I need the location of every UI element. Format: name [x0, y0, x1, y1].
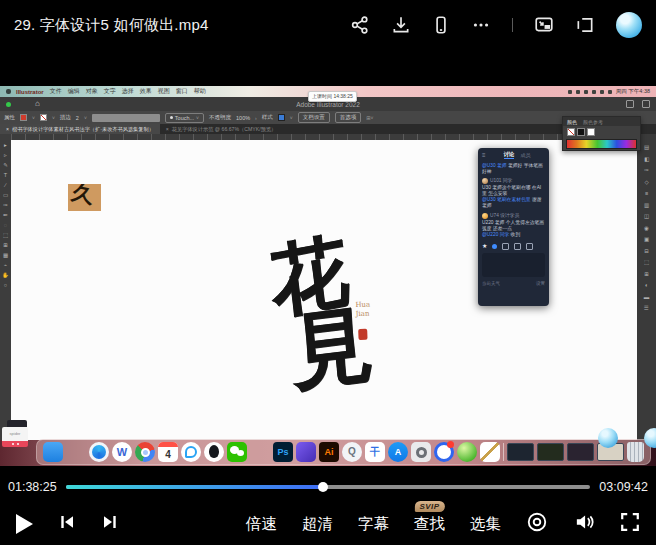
launchpad-icon[interactable] — [66, 442, 86, 462]
swatches-panel-icon[interactable]: ◧ — [644, 156, 649, 162]
opacity-value[interactable]: 100% — [236, 115, 250, 121]
document-setup-button[interactable]: 文档设置 — [298, 112, 330, 123]
previous-button[interactable] — [58, 513, 76, 535]
star-icon[interactable]: ★ — [482, 243, 487, 249]
hand-tool-icon[interactable]: ✋ — [2, 272, 9, 278]
chrome-icon[interactable] — [135, 442, 155, 462]
share-icon[interactable] — [350, 15, 370, 35]
emoji-icon[interactable] — [492, 244, 497, 249]
direct-select-tool-icon[interactable]: ▹ — [4, 152, 7, 158]
eyedropper-tool-icon[interactable]: ⌁ — [4, 262, 7, 268]
brushes-panel-icon[interactable]: ✑ — [644, 167, 649, 173]
white-swatch[interactable] — [587, 128, 595, 136]
trash-icon[interactable] — [627, 442, 644, 462]
rotate-tool-icon[interactable]: ◌ — [4, 222, 7, 228]
next-button[interactable] — [101, 513, 119, 535]
screenshot-icon[interactable] — [514, 243, 521, 250]
stroke-swatch[interactable] — [40, 114, 47, 121]
tab-members[interactable]: 成员 — [520, 152, 530, 158]
transparency-panel-icon[interactable]: ◫ — [644, 213, 649, 219]
playlist-button[interactable]: 选集 — [470, 514, 501, 535]
style-swatch[interactable] — [278, 114, 285, 121]
pencil-tool-icon[interactable]: ✏ — [3, 212, 8, 218]
user-avatar[interactable] — [616, 12, 642, 38]
comments-panel-icon[interactable]: ▬ — [644, 294, 650, 300]
color-spectrum-bar[interactable] — [566, 139, 637, 149]
menu-icon[interactable]: ≡ — [482, 152, 486, 158]
clock-app-icon[interactable] — [434, 442, 454, 462]
selection-tool-icon[interactable]: ▸ — [4, 142, 7, 148]
fill-swatch[interactable] — [20, 114, 27, 121]
gradient-tool-icon[interactable]: ▦ — [3, 252, 8, 258]
more-icon[interactable] — [471, 15, 491, 35]
appearance-panel-icon[interactable]: ◉ — [644, 225, 649, 231]
type-tool-icon[interactable]: T — [4, 172, 7, 178]
brush-tool-icon[interactable]: ✑ — [3, 202, 8, 208]
seek-thumb[interactable] — [318, 482, 328, 492]
black-swatch[interactable] — [577, 128, 585, 136]
wechat-icon[interactable] — [227, 442, 247, 462]
graphic-styles-panel-icon[interactable]: ▣ — [644, 236, 649, 242]
search-button[interactable]: 查找 — [414, 515, 445, 532]
align-panel-icon[interactable]: ⊞ — [644, 271, 649, 277]
minimized-window[interactable] — [507, 443, 534, 461]
tools-panel[interactable]: ▸ ▹ ✎ T ∕ ▭ ✑ ✏ ◌ ⬚ ⊞ ▦ ⌁ ✋ ○ — [0, 134, 11, 440]
none-swatch[interactable] — [567, 128, 575, 136]
document-tab-active[interactable]: × 楷书字体设计字体素材古风书法字（扩·未改齐书风选集复制） — [0, 124, 160, 134]
file-icon[interactable] — [526, 243, 533, 250]
display-stand-icon[interactable]: 干 — [365, 442, 385, 462]
quality-button[interactable]: 超清 — [302, 514, 333, 535]
phone-mirror-icon[interactable] — [432, 15, 450, 35]
minimized-window[interactable] — [537, 443, 564, 461]
scale-tool-icon[interactable]: ⬚ — [3, 232, 8, 238]
system-preferences-icon[interactable] — [411, 442, 431, 462]
color-tab[interactable]: 颜色 — [567, 119, 577, 125]
gradient-panel-icon[interactable]: ▥ — [644, 202, 649, 208]
tab-discussion[interactable]: 讨论 — [504, 151, 515, 159]
loop-mode-icon[interactable] — [526, 511, 548, 537]
line-tool-icon[interactable]: ∕ — [5, 182, 6, 188]
close-icon[interactable]: × — [6, 126, 9, 132]
color-guide-tab[interactable]: 颜色参考 — [583, 119, 603, 125]
play-button[interactable] — [16, 514, 33, 534]
word-app-icon[interactable]: W — [112, 442, 132, 462]
libraries-panel-icon[interactable]: ☰ — [644, 305, 649, 311]
color-panel-icon[interactable]: ▤ — [644, 144, 649, 150]
seek-bar[interactable] — [66, 485, 591, 489]
minimized-window[interactable] — [567, 443, 594, 461]
notes-icon[interactable] — [480, 442, 500, 462]
floating-assistant-bubble[interactable] — [598, 428, 618, 448]
image-icon[interactable] — [502, 243, 509, 250]
appstore-icon[interactable]: A — [388, 442, 408, 462]
subtitles-button[interactable]: 字幕 — [358, 514, 389, 535]
settings-link[interactable]: 设置 — [536, 281, 545, 287]
document-tab-inactive[interactable]: × 花见字体设计示范 @ 66.67%（CMYK/预览） — [160, 124, 282, 134]
brush-definition-field[interactable] — [92, 114, 160, 122]
pen-tool-icon[interactable]: ✎ — [3, 162, 8, 168]
stroke-panel-icon[interactable]: ≡ — [645, 190, 648, 196]
layers-panel-icon[interactable]: ⊟ — [644, 248, 649, 254]
qq-icon[interactable] — [204, 442, 224, 462]
meeting-app-icon[interactable] — [250, 442, 270, 462]
green-app-icon[interactable] — [457, 442, 477, 462]
symbols-panel-icon[interactable]: ◇ — [644, 179, 648, 185]
calendar-icon[interactable]: 4 — [158, 442, 178, 462]
illustrator-icon[interactable]: Ai — [319, 442, 339, 462]
right-panel-strip[interactable]: ▤ ◧ ✑ ◇ ≡ ▥ ◫ ◉ ▣ ⊟ ⬚ ⊞ ◐ ▬ ☰ — [637, 134, 656, 440]
safari-icon[interactable] — [89, 442, 109, 462]
video-content[interactable]: Illustrator 文件 编辑 对象 文字 选择 效果 视图 窗口 帮助 周… — [0, 86, 656, 466]
playback-speed-button[interactable]: 倍速 — [246, 514, 277, 535]
artboards-panel-icon[interactable]: ⬚ — [644, 259, 649, 265]
zoom-tool-icon[interactable]: ○ — [4, 282, 7, 288]
download-icon[interactable] — [391, 15, 411, 35]
photoshop-icon[interactable]: Ps — [273, 442, 293, 462]
quicktime-icon[interactable]: Q — [342, 442, 362, 462]
finder-icon[interactable] — [43, 442, 63, 462]
pathfinder-panel-icon[interactable]: ◐ — [645, 282, 648, 288]
chat-input[interactable] — [482, 253, 545, 277]
picture-in-picture-icon[interactable] — [534, 15, 554, 35]
purple-app-icon[interactable] — [296, 442, 316, 462]
fullscreen-icon[interactable] — [620, 512, 640, 536]
close-icon[interactable]: × — [166, 126, 169, 132]
messages-icon[interactable] — [181, 442, 201, 462]
